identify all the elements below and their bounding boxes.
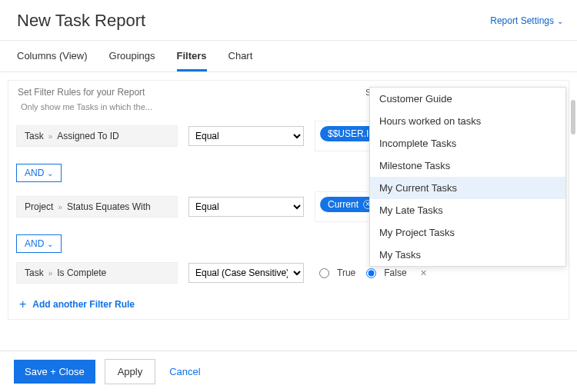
radio-true[interactable] [319,268,329,278]
dropdown-item[interactable]: Incomplete Tasks [370,132,565,154]
tab-columns[interactable]: Columns (View) [17,41,88,71]
page-title: New Task Report [17,11,145,31]
logic-operator-button[interactable]: AND ⌄ [16,234,62,253]
dropdown-item[interactable]: Customer Guide [370,88,565,110]
logic-operator-button[interactable]: AND ⌄ [16,164,62,182]
field-object: Project [25,201,53,212]
remove-rule-icon[interactable]: × [421,267,427,279]
field-object: Task [25,267,44,278]
dropdown-item[interactable]: My Current Tasks [370,177,565,199]
dropdown-item[interactable]: My Project Tasks [370,221,565,244]
footer-bar: Save + Close Apply Cancel [0,350,577,392]
chevron-down-icon: ⌄ [47,169,53,178]
existing-filter-dropdown: Customer Guide Hours worked on tasks Inc… [369,87,566,267]
rule-operator-select[interactable]: Equal [188,126,304,146]
tab-groupings[interactable]: Groupings [109,41,155,71]
field-separator-icon: » [48,132,53,141]
save-close-button[interactable]: Save + Close [14,360,95,384]
add-filter-rule-button[interactable]: + Add another Filter Rule [8,290,145,319]
rule-field[interactable]: Task » Assigned To ID [16,125,178,147]
report-settings-label: Report Settings [490,15,554,26]
panel-heading: Set Filter Rules for your Report [18,87,145,98]
tab-filters[interactable]: Filters [177,41,207,71]
page-header: New Task Report Report Settings ⌄ [0,0,577,41]
rule-field[interactable]: Task » Is Complete [16,262,178,284]
tab-chart[interactable]: Chart [228,41,253,71]
rule-operator-select[interactable]: Equal (Case Sensitive) [188,263,304,283]
logic-label: AND [25,168,44,178]
dropdown-item[interactable]: My Tasks [370,244,565,266]
report-tabs: Columns (View) Groupings Filters Chart [0,41,577,72]
dropdown-item[interactable]: Hours worked on tasks [370,110,565,132]
dropdown-item[interactable]: My Late Tasks [370,199,565,221]
cancel-button[interactable]: Cancel [165,365,205,378]
field-object: Task [25,131,44,141]
value-pill-label: Current [328,199,359,210]
rule-radio-group: True False × [315,267,427,279]
field-separator-icon: » [48,269,53,277]
logic-label: AND [25,238,44,249]
chevron-down-icon: ⌄ [557,17,563,25]
field-attribute: Status Equates With [67,201,151,212]
field-attribute: Is Complete [57,267,106,278]
radio-true-label: True [337,267,355,278]
apply-button[interactable]: Apply [105,359,156,384]
field-attribute: Assigned To ID [57,131,119,141]
radio-false[interactable] [366,268,376,278]
radio-false-label: False [384,267,406,278]
field-separator-icon: » [58,203,62,211]
add-rule-label: Add another Filter Rule [32,299,135,310]
value-pill-label: $$USER.ID [328,128,375,139]
rule-operator-select[interactable]: Equal [188,197,304,217]
rule-field[interactable]: Project » Status Equates With [16,196,178,218]
dropdown-item[interactable]: Milestone Tasks [370,154,565,177]
chevron-down-icon: ⌄ [47,240,53,248]
report-settings-link[interactable]: Report Settings ⌄ [490,15,563,26]
plus-icon: + [19,297,26,311]
scrollbar-thumb[interactable] [571,100,575,135]
